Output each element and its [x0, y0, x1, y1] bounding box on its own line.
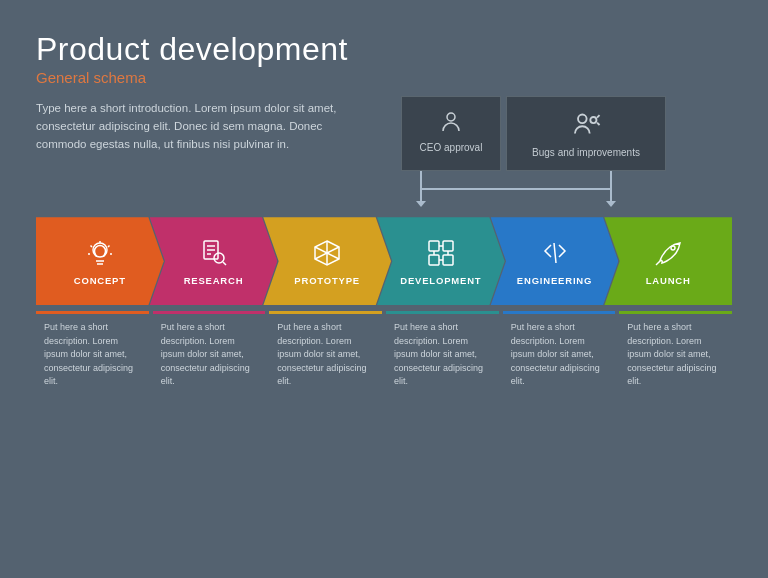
person-icon: [438, 109, 464, 135]
step-development: DEVELOPMENT: [377, 217, 505, 305]
step-prototype: PROTOTYPE: [263, 217, 391, 305]
desc-engineering: Put here a short description. Lorem ipsu…: [503, 311, 616, 396]
description-row: Put here a short description. Lorem ipsu…: [36, 311, 732, 396]
svg-point-32: [671, 246, 675, 250]
svg-line-31: [554, 243, 556, 263]
intro-text: Type here a short introduction. Lorem ip…: [36, 100, 346, 153]
title: Product development: [36, 32, 732, 67]
step-label-development: DEVELOPMENT: [400, 275, 481, 286]
slide: Product development General schema Type …: [0, 0, 768, 578]
bugs-box: Bugs and improvements: [506, 96, 666, 171]
step-label-launch: LAUNCH: [646, 275, 691, 286]
subtitle: General schema: [36, 69, 732, 86]
desc-concept: Put here a short description. Lorem ipsu…: [36, 311, 149, 396]
connector-arrows: [366, 171, 666, 207]
desc-research: Put here a short description. Lorem ipsu…: [153, 311, 266, 396]
svg-marker-11: [606, 201, 616, 207]
step-engineering: ENGINEERING: [491, 217, 619, 305]
step-research: RESEARCH: [150, 217, 278, 305]
development-icon: [425, 237, 457, 269]
desc-launch: Put here a short description. Lorem ipsu…: [619, 311, 732, 396]
step-label-prototype: PROTOTYPE: [294, 275, 360, 286]
step-label-engineering: ENGINEERING: [517, 275, 592, 286]
svg-rect-25: [429, 255, 439, 265]
ceo-label: CEO approval: [420, 141, 483, 154]
bulb-icon: [84, 237, 116, 269]
research-icon: [198, 237, 230, 269]
svg-point-1: [578, 115, 587, 124]
svg-line-18: [223, 262, 226, 265]
svg-rect-26: [443, 255, 453, 265]
svg-line-4: [597, 123, 599, 125]
ceo-approval-box: CEO approval: [401, 96, 501, 171]
desc-development: Put here a short description. Lorem ipsu…: [386, 311, 499, 396]
svg-rect-24: [443, 241, 453, 251]
svg-point-2: [590, 117, 596, 123]
step-label-research: RESEARCH: [184, 275, 244, 286]
step-concept: CONCEPT: [36, 217, 164, 305]
prototype-icon: [311, 237, 343, 269]
step-launch: LAUNCH: [604, 217, 732, 305]
svg-marker-9: [416, 201, 426, 207]
process-strip: CONCEPT RESEARCH PROTOTYPE: [36, 217, 732, 305]
step-label-concept: CONCEPT: [74, 275, 126, 286]
svg-point-17: [214, 253, 224, 263]
connector-svg: [366, 171, 666, 207]
bugs-icon: [570, 109, 602, 141]
launch-icon: [652, 237, 684, 269]
desc-prototype: Put here a short description. Lorem ipsu…: [269, 311, 382, 396]
svg-point-0: [447, 113, 455, 121]
svg-line-3: [597, 115, 599, 117]
engineering-icon: [539, 237, 571, 269]
svg-rect-23: [429, 241, 439, 251]
bugs-label: Bugs and improvements: [532, 147, 640, 158]
